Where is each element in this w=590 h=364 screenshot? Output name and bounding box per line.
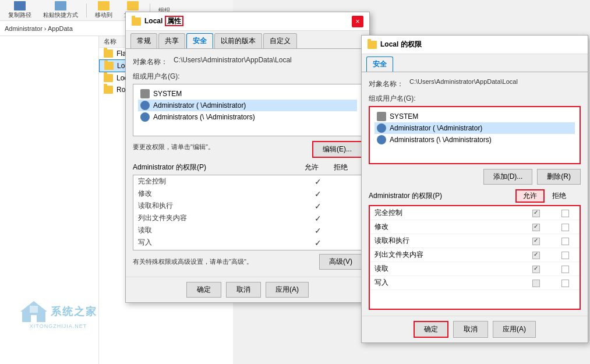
perm-row: 写入 ✓	[133, 236, 362, 249]
system-icon	[140, 89, 150, 98]
allow-checkbox[interactable]	[532, 238, 540, 245]
hint-text: 要更改权限，请单击"编辑"。	[133, 143, 214, 151]
folder-icon-perm	[368, 41, 377, 49]
folder-icon	[104, 50, 113, 58]
title-highlight: 属性	[165, 16, 183, 26]
properties-dialog: Local 属性 × 常规 共享 安全 以前的版本 自定义 对象名称： C:\U…	[125, 12, 370, 303]
perm2-row: 读取和执行	[370, 234, 580, 248]
perm-dialog-title: Local 的权限	[368, 40, 422, 50]
permissions-scroll[interactable]: 完全控制 ✓ 修改 ✓ 读取和执行 ✓ 列出文件夹内容 ✓ 读取 ✓ 写入 ✓	[133, 175, 362, 250]
perm2-row: 读取	[370, 262, 580, 276]
folder-icon	[104, 62, 114, 70]
perm2-table: 完全控制 修改 读取和执行 列出文件夹内容 读取 写入	[370, 206, 580, 290]
perm-cancel-button[interactable]: 取消	[453, 321, 488, 338]
perm-row: 完全控制 ✓	[133, 175, 362, 188]
folder-icon-title	[132, 17, 141, 26]
tab-security[interactable]: 安全	[186, 33, 213, 48]
tab-previous[interactable]: 以前的版本	[214, 33, 262, 48]
perm2-scroll[interactable]: 完全控制 修改 读取和执行 列出文件夹内容 读取 写入	[369, 205, 581, 310]
users-group-box: SYSTEM Administrator ( \Administrator) A…	[133, 84, 362, 136]
perm-dialog-content: 对象名称： C:\Users\Administrator\AppData\Loc…	[362, 72, 588, 316]
perm2-row: 写入	[370, 276, 580, 290]
perm-tab-security[interactable]: 安全	[366, 56, 393, 72]
allow-checkbox[interactable]	[532, 224, 540, 231]
dialog-title: Local 属性	[132, 16, 183, 26]
dialog-titlebar: Local 属性 ×	[126, 12, 369, 31]
user-item-admin[interactable]: Administrator ( \Administrator)	[138, 100, 357, 111]
user-item-system[interactable]: SYSTEM	[138, 88, 357, 100]
tab-general[interactable]: 常规	[130, 33, 157, 48]
deny-checkbox[interactable]	[561, 252, 569, 259]
deny-checkbox[interactable]	[561, 224, 569, 231]
tab-custom[interactable]: 自定义	[263, 33, 297, 48]
perm-dialog-footer: 确定 取消 应用(A)	[362, 316, 588, 342]
perm-row: 读取和执行 ✓	[133, 200, 362, 212]
perm2-row: 列出文件夹内容	[370, 248, 580, 262]
dialog-footer: 确定 取消 应用(A)	[126, 277, 369, 302]
edit-button[interactable]: 编辑(E)...	[312, 141, 362, 158]
perm-group-label: 组或用户名(G):	[369, 94, 581, 104]
perm2-header: Administrator 的权限(P) 允许 拒绝	[369, 189, 581, 203]
group-icon	[140, 112, 150, 122]
apply-button[interactable]: 应用(A)	[266, 282, 309, 298]
perm2-row: 完全控制	[370, 206, 580, 220]
deny-checkbox[interactable]	[561, 266, 569, 273]
ok-button[interactable]: 确定	[186, 282, 221, 298]
remove-button[interactable]: 删除(R)	[537, 169, 581, 185]
user-icon	[377, 123, 386, 133]
house-icon	[19, 300, 48, 323]
object-name-row: 对象名称： C:\Users\Administrator\AppData\Loc…	[133, 56, 362, 67]
advanced-button[interactable]: 高级(V)	[319, 254, 362, 270]
deny-checkbox[interactable]	[561, 210, 569, 217]
perm2-row: 修改	[370, 220, 580, 234]
perm-row: 修改 ✓	[133, 188, 362, 200]
perm-apply-button[interactable]: 应用(A)	[493, 321, 536, 338]
perm-user-administrators[interactable]: Administrators (\ \Administrators)	[375, 134, 575, 146]
cancel-button[interactable]: 取消	[226, 282, 261, 298]
allow-checkbox[interactable]	[532, 280, 540, 287]
watermark-logo: 系统之家	[19, 300, 97, 323]
user-icon	[140, 101, 150, 110]
system-icon	[377, 112, 386, 121]
user-item-administrators[interactable]: Administrators (\ \Administrators)	[138, 111, 357, 123]
perm-row: 读取 ✓	[133, 224, 362, 236]
copy-path-btn[interactable]: 复制路径	[5, 0, 35, 20]
perm-header: Administrator 的权限(P) 允许 拒绝	[133, 162, 362, 172]
perm-user-system[interactable]: SYSTEM	[375, 111, 575, 122]
permissions-table: 完全控制 ✓ 修改 ✓ 读取和执行 ✓ 列出文件夹内容 ✓ 读取 ✓ 写入 ✓	[133, 175, 362, 249]
allow-checkbox[interactable]	[532, 266, 540, 273]
allow-checkbox[interactable]	[532, 210, 540, 217]
paste-shortcut-btn[interactable]: 粘贴快捷方式	[40, 0, 82, 20]
move-to-btn[interactable]: 移动到	[91, 0, 116, 20]
allow-checkbox[interactable]	[532, 252, 540, 259]
permissions-dialog: Local 的权限 安全 对象名称： C:\Users\Administrato…	[361, 35, 588, 343]
perm-dialog-tabs: 安全	[362, 54, 588, 72]
dialog-content: 对象名称： C:\Users\Administrator\AppData\Loc…	[126, 49, 369, 277]
group-label: 组或用户名(G):	[133, 72, 362, 82]
folder-icon	[104, 74, 113, 82]
perm-user-admin[interactable]: Administrator ( \Administrator)	[375, 122, 575, 134]
perm-dialog-titlebar: Local 的权限	[362, 36, 588, 54]
add-button[interactable]: 添加(D)...	[483, 169, 533, 185]
svg-rect-1	[30, 306, 38, 313]
tab-share[interactable]: 共享	[158, 33, 185, 48]
deny-checkbox[interactable]	[561, 238, 569, 245]
deny-checkbox[interactable]	[561, 280, 569, 287]
perm-object-name-row: 对象名称： C:\Users\Administrator\AppData\Loc…	[369, 78, 581, 89]
perm-users-box: SYSTEM Administrator ( \Administrator) A…	[369, 106, 581, 164]
perm-row: 列出文件夹内容 ✓	[133, 212, 362, 224]
perm-ok-button[interactable]: 确定	[414, 321, 448, 338]
dialog-tabs: 常规 共享 安全 以前的版本 自定义	[126, 31, 369, 49]
close-button[interactable]: ×	[352, 16, 363, 27]
folder-icon	[104, 86, 113, 94]
watermark: 系统之家 XITONGZHIJIA.NET	[6, 300, 111, 329]
group-icon	[377, 135, 386, 144]
